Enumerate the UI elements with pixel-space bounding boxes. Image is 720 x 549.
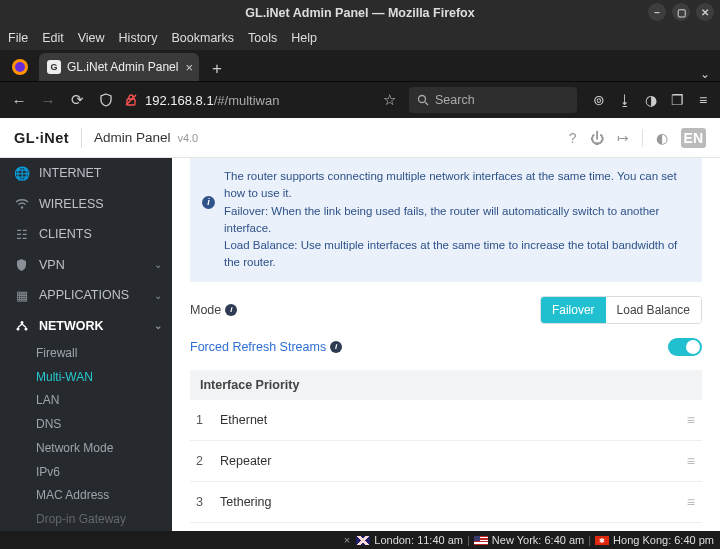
theme-icon[interactable]: ◐ bbox=[656, 130, 668, 146]
url-display[interactable]: 192.168.8.1/#/multiwan bbox=[145, 93, 279, 108]
drag-handle-icon[interactable]: ≡ bbox=[687, 453, 696, 469]
firefox-icon bbox=[6, 53, 34, 81]
sidebar-item-clients[interactable]: ☷ CLIENTS bbox=[0, 219, 172, 250]
drag-handle-icon[interactable]: ≡ bbox=[687, 494, 696, 510]
help-icon[interactable]: ? bbox=[569, 130, 577, 146]
apps-icon: ▦ bbox=[14, 288, 29, 303]
svg-point-8 bbox=[16, 327, 19, 330]
browser-tab[interactable]: G GL.iNet Admin Panel × bbox=[39, 53, 199, 81]
sidebar-item-network[interactable]: NETWORK ⌄ bbox=[0, 311, 172, 342]
url-host: 192.168.8.1 bbox=[145, 93, 214, 108]
chevron-down-icon: ⌄ bbox=[154, 320, 162, 331]
svg-point-7 bbox=[20, 321, 23, 324]
sidebar-sub-multiwan[interactable]: Multi-WAN bbox=[0, 365, 172, 389]
refresh-toggle[interactable] bbox=[668, 338, 702, 356]
forward-button[interactable]: → bbox=[37, 89, 59, 111]
mode-row: Mode i Failover Load Balance bbox=[190, 296, 702, 324]
priority-header: Interface Priority bbox=[190, 370, 702, 400]
svg-point-4 bbox=[419, 96, 426, 103]
menu-tools[interactable]: Tools bbox=[248, 31, 277, 45]
menu-file[interactable]: File bbox=[8, 31, 28, 45]
interface-row[interactable]: 1 Ethernet ≡ bbox=[190, 400, 702, 441]
search-icon bbox=[417, 94, 429, 106]
menu-help[interactable]: Help bbox=[291, 31, 317, 45]
search-box[interactable]: Search bbox=[409, 87, 577, 113]
divider bbox=[81, 128, 82, 148]
info-icon[interactable]: i bbox=[225, 304, 237, 316]
sidebar-item-wireless[interactable]: WIRELESS bbox=[0, 189, 172, 220]
drag-handle-icon[interactable]: ≡ bbox=[687, 412, 696, 428]
chevron-down-icon: ⌄ bbox=[154, 259, 162, 270]
shield-icon[interactable] bbox=[95, 89, 117, 111]
reload-button[interactable]: ⟳ bbox=[66, 89, 88, 111]
tab-strip: G GL.iNet Admin Panel × + ⌄ bbox=[0, 50, 720, 82]
save-to-pocket-button[interactable]: ⊚ bbox=[590, 91, 608, 109]
bookmark-star-button[interactable]: ☆ bbox=[383, 91, 396, 109]
sidebar-item-internet[interactable]: 🌐 INTERNET bbox=[0, 158, 172, 189]
version-label: v4.0 bbox=[177, 132, 198, 144]
tabs-dropdown-button[interactable]: ⌄ bbox=[700, 67, 710, 81]
minimize-button[interactable]: – bbox=[648, 3, 666, 21]
sidebar-sub-firewall[interactable]: Firewall bbox=[0, 341, 172, 365]
clock-entry: Hong Kong: 6:40 pm bbox=[613, 534, 714, 546]
insecure-lock-icon[interactable] bbox=[124, 93, 138, 107]
network-icon bbox=[14, 320, 29, 332]
menu-edit[interactable]: Edit bbox=[42, 31, 64, 45]
info-line: The router supports connecting multiple … bbox=[224, 168, 688, 203]
shield-icon bbox=[14, 258, 29, 272]
sidebar: 🌐 INTERNET WIRELESS ☷ CLIENTS bbox=[0, 158, 172, 531]
sidebar-sub-macaddress[interactable]: MAC Address bbox=[0, 484, 172, 508]
interface-row[interactable]: 4 Cellular ≡ bbox=[190, 523, 702, 532]
mode-segmented: Failover Load Balance bbox=[540, 296, 702, 324]
sidebar-sub-networkmode[interactable]: Network Mode bbox=[0, 436, 172, 460]
brand-logo: GL·iNet bbox=[14, 130, 69, 146]
chevron-down-icon: ⌄ bbox=[154, 290, 162, 301]
info-icon: i bbox=[202, 196, 215, 209]
mode-failover-button[interactable]: Failover bbox=[541, 297, 606, 323]
priority-index: 3 bbox=[196, 495, 220, 509]
power-icon[interactable]: ⏻ bbox=[590, 130, 604, 146]
close-tab-button[interactable]: × bbox=[185, 60, 193, 75]
mode-loadbalance-button[interactable]: Load Balance bbox=[606, 297, 701, 323]
info-line: Load Balance: Use multiple interfaces at… bbox=[224, 237, 688, 272]
menu-history[interactable]: History bbox=[119, 31, 158, 45]
hk-flag-icon bbox=[595, 536, 609, 545]
menubar: File Edit View History Bookmarks Tools H… bbox=[0, 26, 720, 50]
interface-name: Repeater bbox=[220, 454, 271, 468]
main-panel: i The router supports connecting multipl… bbox=[172, 158, 720, 531]
info-icon[interactable]: i bbox=[330, 341, 342, 353]
info-box: i The router supports connecting multipl… bbox=[190, 158, 702, 282]
sidebar-sub-dns[interactable]: DNS bbox=[0, 412, 172, 436]
sidebar-item-vpn[interactable]: VPN ⌄ bbox=[0, 250, 172, 281]
priority-index: 1 bbox=[196, 413, 220, 427]
new-tab-button[interactable]: + bbox=[205, 57, 229, 81]
interface-row[interactable]: 3 Tethering ≡ bbox=[190, 482, 702, 523]
us-flag-icon bbox=[474, 536, 488, 545]
downloads-button[interactable]: ⭳ bbox=[616, 91, 634, 109]
search-placeholder: Search bbox=[435, 93, 475, 107]
sidebar-sub-ipv6[interactable]: IPv6 bbox=[0, 460, 172, 484]
close-window-button[interactable]: ✕ bbox=[696, 3, 714, 21]
logout-icon[interactable]: ↦ bbox=[617, 130, 629, 146]
svg-point-6 bbox=[20, 206, 22, 208]
interface-name: Ethernet bbox=[220, 413, 267, 427]
maximize-button[interactable]: ▢ bbox=[672, 3, 690, 21]
admin-header: GL·iNet Admin Panel v4.0 ? ⏻ ↦ ◐ EN bbox=[0, 118, 720, 158]
back-button[interactable]: ← bbox=[8, 89, 30, 111]
interface-row[interactable]: 2 Repeater ≡ bbox=[190, 441, 702, 482]
extensions-button[interactable]: ❐ bbox=[668, 91, 686, 109]
interface-name: Tethering bbox=[220, 495, 271, 509]
menu-bookmarks[interactable]: Bookmarks bbox=[171, 31, 234, 45]
clocks-close-icon[interactable]: × bbox=[344, 534, 350, 546]
app-menu-button[interactable]: ≡ bbox=[694, 91, 712, 109]
refresh-label: Forced Refresh Streams bbox=[190, 340, 326, 354]
account-button[interactable]: ◑ bbox=[642, 91, 660, 109]
menu-view[interactable]: View bbox=[78, 31, 105, 45]
panel-title: Admin Panel v4.0 bbox=[94, 130, 198, 145]
sidebar-sub-lan[interactable]: LAN bbox=[0, 389, 172, 413]
language-button[interactable]: EN bbox=[681, 128, 706, 148]
sidebar-item-applications[interactable]: ▦ APPLICATIONS ⌄ bbox=[0, 280, 172, 311]
clock-entry: London: 11:40 am bbox=[374, 534, 463, 546]
clock-entry: New York: 6:40 am bbox=[492, 534, 584, 546]
sidebar-sub-dropin[interactable]: Drop-in Gateway bbox=[0, 507, 172, 531]
